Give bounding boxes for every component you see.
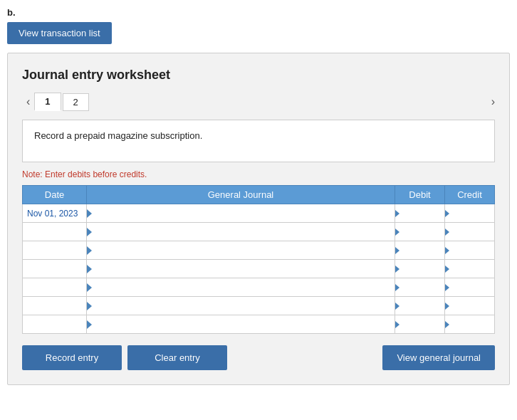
col-header-journal: General Journal: [87, 186, 395, 204]
debit-input-3[interactable]: [395, 241, 444, 259]
journal-cell-1[interactable]: [87, 204, 395, 223]
credit-cell-4[interactable]: [445, 260, 495, 278]
journal-input-4[interactable]: [87, 260, 395, 278]
debit-input-6[interactable]: [395, 297, 444, 315]
clear-entry-button[interactable]: Clear entry: [127, 345, 227, 370]
journal-cell-6[interactable]: [87, 297, 395, 315]
task-description: Record a prepaid magazine subscription.: [34, 130, 202, 141]
table-row: [23, 241, 495, 260]
tab-1[interactable]: 1: [34, 93, 61, 111]
journal-input-5[interactable]: [87, 278, 395, 296]
date-cell-4[interactable]: [23, 260, 87, 278]
credit-input-3[interactable]: [445, 241, 494, 259]
date-input-6[interactable]: [23, 297, 86, 315]
journal-cell-4[interactable]: [87, 260, 395, 278]
debit-cell-3[interactable]: [395, 241, 445, 260]
debit-cell-6[interactable]: [395, 297, 445, 315]
debit-input-5[interactable]: [395, 278, 444, 296]
debit-cell-2[interactable]: [395, 223, 445, 241]
journal-input-7[interactable]: [87, 315, 395, 333]
debit-input-7[interactable]: [395, 315, 444, 333]
note-text: Note: Enter debits before credits.: [22, 169, 495, 179]
date-cell-1[interactable]: [23, 204, 87, 223]
credit-cell-2[interactable]: [445, 223, 495, 241]
date-input-5[interactable]: [23, 278, 86, 296]
journal-cell-3[interactable]: [87, 241, 395, 260]
worksheet-title: Journal entry worksheet: [22, 68, 495, 83]
journal-cell-2[interactable]: [87, 223, 395, 241]
table-row: [23, 297, 495, 315]
journal-input-2[interactable]: [87, 223, 395, 241]
date-input-1[interactable]: [23, 204, 86, 222]
table-row: [23, 223, 495, 241]
journal-input-6[interactable]: [87, 297, 395, 315]
journal-table: Date General Journal Debit Credit: [22, 185, 495, 334]
credit-cell-7[interactable]: [445, 315, 495, 334]
tabs-row: ‹ 1 2 ›: [22, 93, 495, 111]
debit-input-1[interactable]: [395, 204, 444, 222]
tab-next-button[interactable]: ›: [491, 95, 495, 108]
credit-input-6[interactable]: [445, 297, 494, 315]
table-row: [23, 278, 495, 297]
view-transaction-button[interactable]: View transaction list: [7, 22, 112, 44]
credit-input-5[interactable]: [445, 278, 494, 296]
col-header-credit: Credit: [445, 186, 495, 204]
debit-cell-4[interactable]: [395, 260, 445, 278]
date-cell-2[interactable]: [23, 223, 87, 241]
journal-input-3[interactable]: [87, 241, 395, 259]
credit-input-1[interactable]: [445, 204, 494, 222]
table-row: [23, 260, 495, 278]
date-input-2[interactable]: [23, 223, 86, 241]
buttons-row: Record entry Clear entry View general jo…: [22, 345, 495, 370]
table-row: [23, 315, 495, 334]
journal-cell-7[interactable]: [87, 315, 395, 334]
date-input-7[interactable]: [23, 315, 86, 333]
journal-cell-5[interactable]: [87, 278, 395, 297]
date-cell-7[interactable]: [23, 315, 87, 334]
date-input-3[interactable]: [23, 241, 86, 259]
credit-cell-6[interactable]: [445, 297, 495, 315]
task-box: Record a prepaid magazine subscription.: [22, 120, 495, 162]
tab-2[interactable]: 2: [63, 93, 89, 111]
view-general-journal-button[interactable]: View general journal: [382, 345, 495, 370]
debit-cell-7[interactable]: [395, 315, 445, 334]
date-input-4[interactable]: [23, 260, 86, 278]
col-header-debit: Debit: [395, 186, 445, 204]
record-entry-button[interactable]: Record entry: [22, 345, 122, 370]
debit-cell-5[interactable]: [395, 278, 445, 297]
credit-cell-1[interactable]: [445, 204, 495, 223]
credit-input-4[interactable]: [445, 260, 494, 278]
worksheet-container: Journal entry worksheet ‹ 1 2 › Record a…: [7, 53, 510, 385]
date-cell-3[interactable]: [23, 241, 87, 260]
journal-input-1[interactable]: [87, 204, 395, 222]
date-cell-6[interactable]: [23, 297, 87, 315]
debit-input-4[interactable]: [395, 260, 444, 278]
credit-input-7[interactable]: [445, 315, 494, 333]
section-label: b.: [7, 7, 510, 18]
credit-cell-5[interactable]: [445, 278, 495, 297]
debit-cell-1[interactable]: [395, 204, 445, 223]
tab-prev-button[interactable]: ‹: [22, 94, 34, 110]
table-row: [23, 204, 495, 223]
debit-input-2[interactable]: [395, 223, 444, 241]
col-header-date: Date: [23, 186, 87, 204]
credit-cell-3[interactable]: [445, 241, 495, 260]
credit-input-2[interactable]: [445, 223, 494, 241]
date-cell-5[interactable]: [23, 278, 87, 297]
